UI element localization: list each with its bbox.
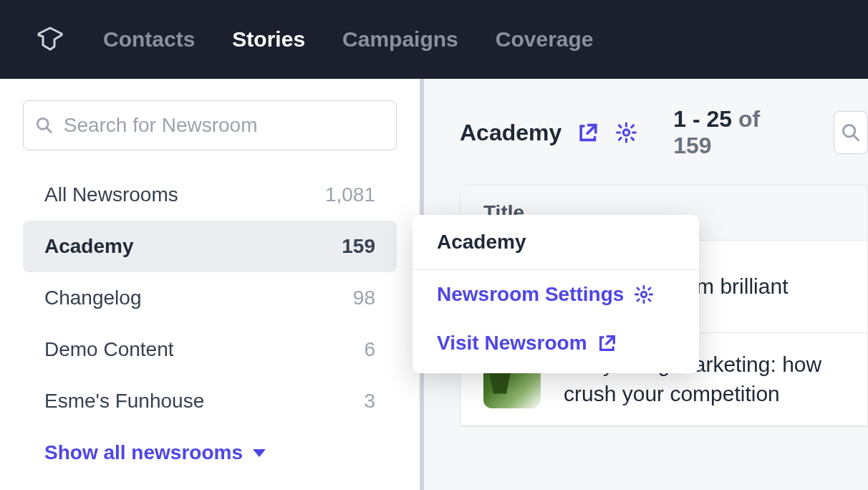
top-nav: Contacts Stories Campaigns Coverage: [0, 0, 868, 79]
nav-campaigns[interactable]: Campaigns: [342, 27, 458, 52]
sidebar-item-all-newsrooms[interactable]: All Newsrooms 1,081: [23, 169, 397, 221]
svg-line-5: [853, 135, 858, 140]
svg-line-1: [47, 128, 51, 132]
nav-contacts[interactable]: Contacts: [103, 27, 195, 52]
popup-title: Academy: [413, 215, 699, 270]
sidebar-item-label: All Newsrooms: [44, 183, 178, 206]
svg-point-6: [642, 292, 647, 297]
search-button[interactable]: [834, 111, 868, 154]
popup-item-label: Visit Newsroom: [437, 332, 587, 355]
app-logo[interactable]: [34, 24, 66, 55]
gear-icon: [634, 284, 654, 304]
sidebar-item-label: Demo Content: [44, 338, 174, 361]
sidebar-item-label: Changelog: [44, 287, 141, 309]
svg-point-3: [624, 130, 630, 135]
popup-item-label: Newsroom Settings: [437, 283, 624, 306]
newsroom-popup: Academy Newsroom Settings Visit Newsroom: [413, 215, 699, 373]
sidebar-item-count: 3: [364, 390, 375, 413]
sidebar-item-demo-content[interactable]: Demo Content 6: [23, 324, 397, 375]
chevron-down-icon: [253, 449, 266, 457]
page-title: Academy: [460, 120, 561, 146]
sidebar-item-esmes-funhouse[interactable]: Esme's Funhouse 3: [23, 375, 397, 427]
show-all-label: Show all newsrooms: [44, 441, 243, 464]
external-link-icon[interactable]: [577, 121, 599, 144]
search-icon: [841, 123, 861, 143]
pagination-range: 1 - 25: [673, 106, 732, 132]
visit-newsroom-link[interactable]: Visit Newsroom: [413, 319, 699, 373]
sidebar-item-changelog[interactable]: Changelog 98: [23, 272, 397, 324]
newsroom-search[interactable]: [23, 100, 397, 150]
sidebar-item-count: 6: [364, 338, 375, 361]
sidebar-item-count: 1,081: [325, 183, 375, 206]
sidebar-item-count: 159: [342, 235, 375, 258]
sidebar-item-academy[interactable]: Academy 159: [23, 221, 397, 272]
sidebar-item-label: Esme's Funhouse: [44, 390, 204, 413]
pagination: 1 - 25 of 159: [673, 106, 800, 159]
external-link-icon: [597, 333, 617, 353]
nav-coverage[interactable]: Coverage: [496, 27, 594, 52]
main-header: Academy 1 - 25 of 159: [460, 106, 868, 159]
show-all-newsrooms[interactable]: Show all newsrooms: [23, 427, 397, 479]
logo-icon: [34, 24, 66, 55]
newsroom-search-input[interactable]: [64, 114, 385, 137]
nav-stories[interactable]: Stories: [232, 27, 305, 52]
sidebar-item-count: 98: [353, 287, 375, 309]
sidebar-item-label: Academy: [44, 235, 134, 258]
search-icon: [35, 115, 54, 135]
gear-icon[interactable]: [615, 121, 637, 144]
newsroom-settings-link[interactable]: Newsroom Settings: [413, 270, 699, 319]
sidebar: All Newsrooms 1,081 Academy 159 Changelo…: [0, 79, 424, 490]
